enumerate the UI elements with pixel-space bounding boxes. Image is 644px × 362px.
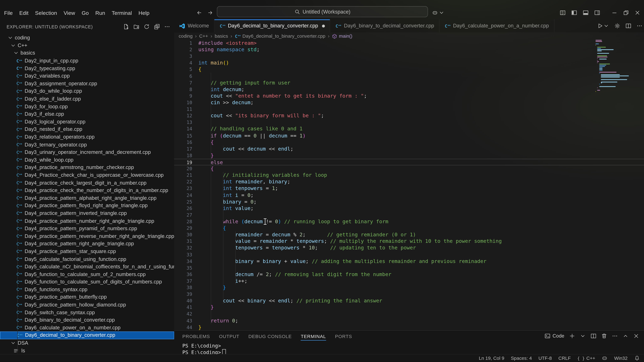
new-file-button[interactable] [123,24,129,29]
gear-button[interactable] [614,23,620,29]
menu-file[interactable]: File [1,8,16,18]
tree-file-day6-binary-to-decimal-converter-cpp[interactable]: C++Day6_binary_to_decimal_converter.cpp [0,316,174,324]
tree-file-day5-practice-pattern-hollow-diamond-cpp[interactable]: C++Day5_practice_pattern_hollow_diamond.… [0,301,174,309]
tree-file-day4-practice-check-char-is-uppercase-or-lowercase-cpp[interactable]: C++Day4_Practice_check_char_is_uppercase… [0,171,174,179]
copilot-menu[interactable] [432,10,444,15]
tab-day6-binary-to-decimal-converter-cpp[interactable]: C++Day6_binary_to_decimal_converter.cpp [330,19,440,32]
status-bell[interactable] [634,355,640,361]
tree-file-ls[interactable]: ls [0,347,174,355]
forward-arrow-icon[interactable] [208,10,213,15]
close-button[interactable] [632,7,643,19]
tree-file-day2-typecasting-cpp[interactable]: C++Day2_typecasting.cpp [0,64,174,72]
status-utf-8[interactable]: UTF-8 [538,356,552,361]
tree-file-day4-practice-pattern-reverse-number-right-angle-triangle-cpp[interactable]: C++Day4_practice_pattern_reverse_number_… [0,232,174,240]
tree-file-day6-calculate-power-on-a-number-cpp[interactable]: C++Day6_calculate_power_on_a_number.cpp [0,324,174,331]
panel-more-button[interactable] [612,333,618,339]
toggle-panel-button[interactable] [580,7,592,19]
back-arrow-icon[interactable] [196,10,202,15]
tree-file-day3-while-loop-cpp[interactable]: C++Day3_while_loop.cpp [0,156,174,164]
tree-file-day5-function-to-calculate-sum-of-2-numbers-cpp[interactable]: C++Day5_function_to_calculate_sum_of_2_n… [0,271,174,278]
new-folder-button[interactable] [134,24,139,29]
terminal[interactable]: PS E:\coding>PS E:\coding> [174,341,644,355]
tree-file-day4-practice-pattern-star-square-cpp[interactable]: C++Day4_practice_pattern_star_square.cpp [0,248,174,255]
status-ln-19-col-9[interactable]: Ln 19, Col 9 [479,356,504,361]
tree-file-day3-relational-operators-cpp[interactable]: C++Day3_relational_operators.cpp [0,133,174,141]
more-button[interactable] [636,23,642,29]
panel-tab-debug-console[interactable]: DEBUG CONSOLE [248,332,292,340]
toggle-secondary-sidebar-button[interactable] [592,7,603,19]
restore-button[interactable] [620,7,632,19]
command-center-search[interactable]: Untitled (Workspace) [217,6,428,17]
panel-close-button[interactable] [633,333,639,339]
terminal-instance-code[interactable]: Code [545,333,564,339]
tree-file-day3-if-else-cpp[interactable]: C++Day3_if_else.cpp [0,110,174,118]
tree-file-day4-practice-pattern-inverted-triangle-cpp[interactable]: C++Day4_practice_pattern_inverted_triang… [0,209,174,217]
menu-run[interactable]: Run [92,8,108,18]
code-editor[interactable]: 1#include <iostream>2using namespace std… [174,40,644,331]
tree-file-day3-nested-if-else-cpp[interactable]: C++Day3_nested_if_else.cpp [0,126,174,133]
tree-file-day4-practice-check-largest-digit-in-a-number-cpp[interactable]: C++Day4_practice_check_largest_digit_in_… [0,179,174,186]
breadcrumb-item-main[interactable]: main() [332,33,352,39]
tree-file-day2-variables-cpp[interactable]: C++Day2_variables.cpp [0,72,174,80]
status-win32[interactable]: Win32 [614,356,628,361]
tree-folder-coding[interactable]: coding [0,34,174,42]
breadcrumb-item-c[interactable]: C++ [199,34,208,38]
tree-file-day5-switch-case-syntax-cpp[interactable]: C++Day5_switch_case_syntax.cpp [0,309,174,316]
tree-file-day5-functions-syntax-cpp[interactable]: C++Day5_functions_syntax.cpp [0,286,174,293]
tree-file-day6-decimal-to-binary-converter-cpp[interactable]: C++Day6_decimal_to_binary_converter.cpp [0,332,174,339]
run-button[interactable] [597,23,609,29]
status-c[interactable]: { }C++ [577,356,595,361]
tree-file-day4-practice-pattern-floyd-right-angle-triangle-cpp[interactable]: C++Day4_practice_pattern_floyd_right_ang… [0,202,174,209]
breadcrumb-item-coding[interactable]: coding [179,34,192,38]
tree-file-day4-practice-pattern-right-angle-triangle-cpp[interactable]: C++Day4_practice_pattern_right_angle_tri… [0,240,174,248]
tree-folder-dsa[interactable]: DSA [0,339,174,347]
panel-tab-problems[interactable]: PROBLEMS [182,332,210,340]
status-copilot[interactable] [602,355,608,361]
split-editor-button[interactable] [626,23,631,29]
menu-help[interactable]: Help [135,8,153,18]
tree-file-day5-calculate-ncr-binomial-coffiecents-for-n-and-r-using-function-cpp[interactable]: C++Day5_calculate_nCr_binomial_coffiecen… [0,263,174,270]
breadcrumb-item-day6-decimal-to-binary-converter-cpp[interactable]: C++Day6_decimal_to_binary_converter.cpp [234,33,325,39]
tree-file-day3-do-while-loop-cpp[interactable]: C++Day3_do_while_loop.cpp [0,88,174,95]
tree-file-day4-practice-armstrong-number-checker-cpp[interactable]: C++Day4_practice_armstrong_number_checke… [0,164,174,171]
tree-file-day3-logical-operator-cpp[interactable]: C++Day3_logical_operator.cpp [0,118,174,126]
tree-file-day2-input-in-cpp-cpp[interactable]: C++Day2_input_in_cpp.cpp [0,57,174,64]
panel-chevron-down-button[interactable] [580,333,586,339]
tab-day6-calculate-power-on-a-number-cpp[interactable]: C++Day6_calculate_power_on_a_number.cpp [440,19,554,32]
panel-trash-button[interactable] [601,333,607,339]
minimize-button[interactable] [609,7,620,19]
toggle-sidebar-button[interactable] [568,7,580,19]
customize-layout-button[interactable] [557,7,568,19]
panel-plus-button[interactable] [569,333,575,339]
tree-file-day4-practice-pattern-number-right-angle-triangle-cpp[interactable]: C++Day4_practice_pattern_number_right_an… [0,217,174,225]
tree-file-day3-assignment-operator-cpp[interactable]: C++Day3_assignment_operator.cpp [0,80,174,87]
tree-folder-basics[interactable]: basics [0,49,174,57]
menu-terminal[interactable]: Terminal [108,8,135,18]
panel-tab-output[interactable]: OUTPUT [219,332,239,340]
refresh-button[interactable] [144,24,150,29]
menu-edit[interactable]: Edit [16,8,32,18]
status-spaces-4[interactable]: Spaces: 4 [511,356,532,361]
tree-file-day5-practice-pattern-butterfly-cpp[interactable]: C++Day5_practice_pattern_butterfly.cpp [0,293,174,301]
collapse-all-button[interactable] [154,24,160,29]
menu-go[interactable]: Go [78,8,92,18]
tree-file-day5-function-to-calculate-sum-of-digits-of-numbers-cpp[interactable]: C++Day5_function_to_calculate_sum_of_dig… [0,278,174,286]
tree-file-day5-calculate-factorial-using-function-cpp[interactable]: C++Day5_calculate_factorial_using_functi… [0,255,174,263]
menu-view[interactable]: View [60,8,78,18]
panel-tab-ports[interactable]: PORTS [335,332,352,340]
tree-file-day3-ternary-operator-cpp[interactable]: C++Day3_ternary_operator.cpp [0,141,174,148]
tree-file-day3-for-loop-cpp[interactable]: C++Day3_for_loop.cpp [0,103,174,110]
panel-split-editor-button[interactable] [591,333,596,339]
panel-tab-terminal[interactable]: TERMINAL [301,332,326,340]
tree-file-day3-urinary-operator-increment-and-decrement-cpp[interactable]: C++Day3_urinary_operator_increment_and_d… [0,149,174,156]
tree-file-day4-practice-pattern-alphabet-right-angle-triangle-cpp[interactable]: C++Day4_practice_pattern_alphabet_right_… [0,194,174,202]
tab-welcome[interactable]: Welcome [174,19,214,32]
breadcrumb-item-basics[interactable]: basics [215,34,228,38]
status-crlf[interactable]: CRLF [558,356,571,361]
panel-chevron-up-button[interactable] [623,333,628,339]
tree-folder-c[interactable]: C++ [0,42,174,49]
tree-file-day4-practice-pattern-pyramid-of-numbers-cpp[interactable]: C++Day4_practice_pattern_pyramid_of_numb… [0,225,174,232]
tab-day6-decimal-to-binary-converter-cpp[interactable]: C++Day6_decimal_to_binary_converter.cpp [214,19,330,32]
tree-file-day3-else-if-ladder-cpp[interactable]: C++Day3_else_if_ladder.cpp [0,95,174,103]
more-button[interactable] [164,24,170,29]
